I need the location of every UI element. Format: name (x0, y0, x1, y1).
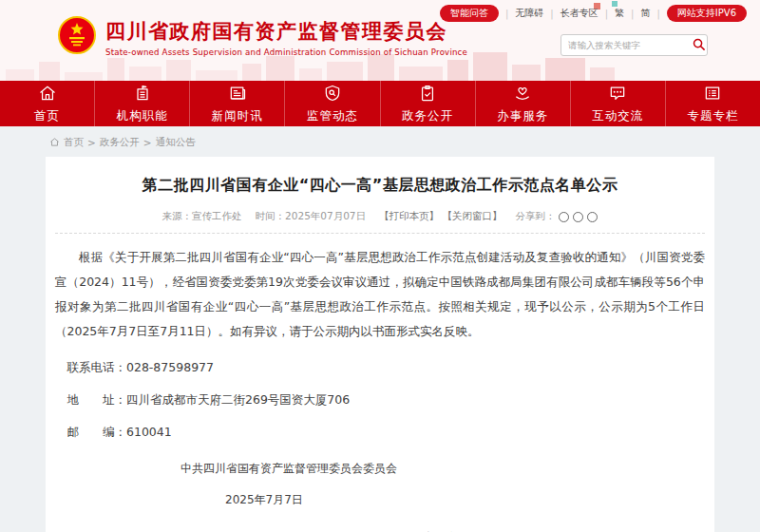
separator: | (631, 9, 634, 19)
close-window-link[interactable]: 【关闭窗口】 (442, 210, 502, 221)
nav-label: 监管动态 (307, 108, 358, 124)
chat-bubble-icon (608, 84, 627, 106)
content-area: 首页 > 政务公开 > 通知公告 第二批四川省国有企业“四心一高”基层思想政治工… (0, 126, 760, 532)
search-icon (692, 37, 706, 54)
breadcrumb-home-icon (49, 137, 60, 149)
contact-address: 地 址：四川省成都市天府二街269号国资大厦706 (55, 392, 705, 408)
nav-label: 首页 (34, 108, 60, 124)
article-paragraph: 根据《关于开展第二批四川省国有企业“四心一高”基层思想政治工作示范点创建活动及复… (55, 245, 705, 344)
senior-zone-link[interactable]: 长者专区 (560, 7, 598, 20)
contact-phone: 联系电话：028-87598977 (55, 360, 705, 376)
site-title: 四川省政府国有资产监督管理委员会 (105, 18, 467, 45)
traditional-chinese-link[interactable]: 繁 (615, 7, 624, 20)
nav-label: 办事服务 (497, 108, 548, 124)
nav-label: 机构职能 (117, 108, 168, 124)
article-source: 来源：宣传工作处 (162, 210, 242, 223)
site-banner: 智能问答 | 无障碍 | 长者专区 | 繁 | 简 | 网站支持IPV6 (0, 0, 760, 81)
breadcrumb: 首页 > 政务公开 > 通知公告 (46, 130, 714, 157)
clipboard-check-icon (418, 84, 437, 106)
nav-label: 政务公开 (402, 108, 453, 124)
separator: | (656, 9, 659, 19)
nav-item-services[interactable]: 办事服务 (476, 81, 571, 126)
article-card: 第二批四川省国有企业“四心一高”基层思想政治工作示范点名单公示 来源：宣传工作处… (46, 157, 714, 532)
breadcrumb-item-notices[interactable]: 通知公告 (156, 136, 196, 149)
article-time: 时间：2025年07月07日 (256, 210, 366, 223)
simplified-chinese-link[interactable]: 简 (640, 7, 650, 20)
nav-item-gov-info[interactable]: 政务公开 (381, 81, 476, 126)
share-icon-2[interactable] (573, 212, 583, 222)
accessibility-link[interactable]: 无障碍 (515, 7, 543, 20)
nav-item-functions[interactable]: 机构职能 (95, 81, 190, 126)
signature-org: 中共四川省国有资产监督管理委员会委员会 (180, 461, 705, 477)
national-emblem-icon (57, 15, 97, 59)
article-meta: 来源：宣传工作处 时间：2025年07月07日 【打印本页】 【关闭窗口】 分享… (55, 210, 705, 223)
print-page-link[interactable]: 【打印本页】 (379, 210, 439, 221)
nav-item-topics[interactable]: 专题专栏 (666, 81, 760, 126)
nav-label: 互动交流 (592, 108, 643, 124)
nav-item-news[interactable]: 新闻时讯 (190, 81, 285, 126)
search-box (560, 34, 708, 56)
separator: | (505, 9, 508, 19)
site-brand[interactable]: 四川省政府国有资产监督管理委员会 State-owned Assets Supe… (57, 15, 467, 59)
nav-item-home[interactable]: 首页 (0, 81, 95, 126)
home-icon (38, 84, 57, 106)
signature-date: 2025年7月7日 (225, 492, 705, 508)
separator: | (605, 9, 608, 19)
heart-hands-icon (513, 84, 532, 106)
search-button[interactable] (691, 35, 707, 55)
ipv6-support-badge[interactable]: 网站支持IPV6 (667, 5, 747, 22)
breadcrumb-separator: > (87, 137, 96, 148)
search-input[interactable] (561, 40, 691, 50)
smart-qa-button[interactable]: 智能问答 (440, 5, 499, 22)
breadcrumb-item-home[interactable]: 首页 (64, 136, 84, 149)
list-columns-icon (703, 84, 722, 106)
breadcrumb-separator: > (143, 137, 152, 148)
article-title: 第二批四川省国有企业“四心一高”基层思想政治工作示范点名单公示 (55, 176, 705, 196)
breadcrumb-item-gov-info[interactable]: 政务公开 (100, 136, 140, 149)
nav-item-supervision[interactable]: 监管动态 (285, 81, 380, 126)
share-icon-3[interactable] (587, 212, 598, 222)
contact-zipcode: 邮 编：610041 (55, 425, 705, 441)
main-navigation: 首页 机构职能 新闻时讯 监管动态 (0, 81, 760, 126)
nav-label: 专题专栏 (687, 108, 738, 124)
org-building-icon (133, 84, 152, 106)
meta-divider (55, 233, 705, 234)
share-icon-1[interactable] (559, 212, 569, 222)
news-icon (228, 84, 247, 106)
separator: | (550, 9, 553, 19)
shield-magnifier-icon (323, 84, 342, 106)
site-subtitle: State-owned Assets Supervision and Admin… (105, 48, 467, 57)
nav-label: 新闻时讯 (212, 108, 263, 124)
nav-item-interaction[interactable]: 互动交流 (571, 81, 666, 126)
utility-bar: 智能问答 | 无障碍 | 长者专区 | 繁 | 简 | 网站支持IPV6 (440, 5, 747, 22)
share-to-label: 分享到： (515, 210, 555, 223)
